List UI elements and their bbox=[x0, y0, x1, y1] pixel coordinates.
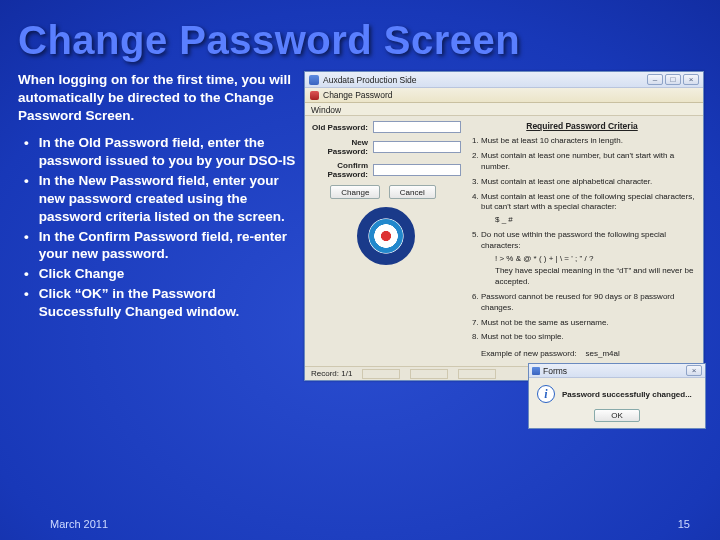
bullet-text: Click “OK” in the Password Successfully … bbox=[39, 285, 296, 321]
old-password-label: Old Password: bbox=[311, 123, 373, 132]
example-row: Example of new password: ses_m4al bbox=[467, 349, 697, 360]
criteria-item: Do not use within the password the follo… bbox=[481, 230, 697, 288]
confirm-password-input[interactable] bbox=[373, 164, 461, 176]
change-button[interactable]: Change bbox=[330, 185, 380, 199]
titlebar-text: Auxdata Production Side bbox=[323, 75, 417, 85]
ok-button[interactable]: OK bbox=[594, 409, 640, 422]
criteria-list: Must be at least 10 characters in length… bbox=[467, 136, 697, 343]
criteria-item: Must not be the same as username. bbox=[481, 318, 697, 329]
dialog-close-button[interactable]: × bbox=[686, 365, 702, 376]
slide-title: Change Password Screen bbox=[0, 0, 720, 67]
maximize-button[interactable]: □ bbox=[665, 74, 681, 85]
cancel-button[interactable]: Cancel bbox=[389, 185, 436, 199]
criteria-heading: Required Password Criteria bbox=[467, 121, 697, 132]
denied-specials: ! > % & @ * ( ) + | \ = ' ; " / ? bbox=[481, 254, 697, 265]
confirm-password-label: Confirm Password: bbox=[311, 161, 373, 179]
menu-window[interactable]: Window bbox=[311, 105, 341, 115]
list-item: In the Old Password field, enter the pas… bbox=[24, 134, 296, 170]
dialog-titlebar: Forms × bbox=[529, 364, 705, 378]
intro-text: When logging on for the first time, you … bbox=[18, 71, 296, 124]
bullet-text: In the Old Password field, enter the pas… bbox=[39, 134, 296, 170]
slide-footer: March 2011 15 bbox=[0, 518, 720, 530]
criteria-item: Must contain at least one alphabetical c… bbox=[481, 177, 697, 188]
menubar: Window bbox=[305, 103, 703, 116]
status-cell bbox=[458, 369, 496, 379]
allowed-specials: $ _ # bbox=[481, 215, 697, 226]
list-item: In the Confirm Password field, re-enter … bbox=[24, 228, 296, 264]
app-body: Old Password: New Password: Confirm Pass… bbox=[305, 116, 703, 366]
criteria-item: Must contain at least one number, but ca… bbox=[481, 151, 697, 173]
footer-date: March 2011 bbox=[50, 518, 108, 530]
close-button[interactable]: × bbox=[683, 74, 699, 85]
bullet-text: In the New Password field, enter your ne… bbox=[39, 172, 296, 225]
example-label: Example of new password: bbox=[481, 349, 577, 358]
criteria-item: Must contain at least one of the followi… bbox=[481, 192, 697, 226]
app-icon bbox=[309, 75, 319, 85]
bullet-text: Click Change bbox=[39, 265, 125, 283]
old-password-input[interactable] bbox=[373, 121, 461, 133]
slide-content: When logging on for the first time, you … bbox=[0, 67, 720, 381]
window-buttons: – □ × bbox=[647, 74, 699, 85]
list-item: Click Change bbox=[24, 265, 296, 283]
example-value: ses_m4al bbox=[586, 349, 620, 358]
left-column: When logging on for the first time, you … bbox=[18, 71, 296, 381]
slide-number: 15 bbox=[678, 518, 690, 530]
dialog-title-text: Forms bbox=[543, 366, 567, 376]
titlebar: Auxdata Production Side – □ × bbox=[305, 72, 703, 88]
dialog-message: Password successfully changed... bbox=[562, 390, 692, 399]
coast-guard-seal-icon bbox=[357, 207, 415, 265]
criteria-item: Must be at least 10 characters in length… bbox=[481, 136, 697, 147]
list-item: Click “OK” in the Password Successfully … bbox=[24, 285, 296, 321]
instruction-list: In the Old Password field, enter the pas… bbox=[18, 134, 296, 320]
info-icon: i bbox=[537, 385, 555, 403]
app-window: Auxdata Production Side – □ × Change Pas… bbox=[304, 71, 704, 381]
criteria-item: Password cannot be reused for 90 days or… bbox=[481, 292, 697, 314]
new-password-label: New Password: bbox=[311, 138, 373, 156]
right-column: Auxdata Production Side – □ × Change Pas… bbox=[304, 71, 704, 381]
minimize-button[interactable]: – bbox=[647, 74, 663, 85]
new-password-input[interactable] bbox=[373, 141, 461, 153]
sub-titlebar-text: Change Password bbox=[323, 90, 392, 100]
sub-titlebar: Change Password bbox=[305, 88, 703, 103]
form-side: Old Password: New Password: Confirm Pass… bbox=[311, 121, 461, 360]
status-cell bbox=[362, 369, 400, 379]
status-cell bbox=[410, 369, 448, 379]
bullet-text: In the Confirm Password field, re-enter … bbox=[39, 228, 296, 264]
status-record: Record: 1/1 bbox=[311, 369, 352, 378]
form-icon bbox=[310, 91, 319, 100]
criteria-item: Must not be too simple. bbox=[481, 332, 697, 343]
dialog-icon bbox=[532, 367, 540, 375]
list-item: In the New Password field, enter your ne… bbox=[24, 172, 296, 225]
criteria-side: Required Password Criteria Must be at le… bbox=[467, 121, 697, 360]
dialog-window: Forms × i Password successfully changed.… bbox=[528, 363, 706, 429]
denied-note: They have special meaning in the “dT” an… bbox=[481, 266, 697, 288]
